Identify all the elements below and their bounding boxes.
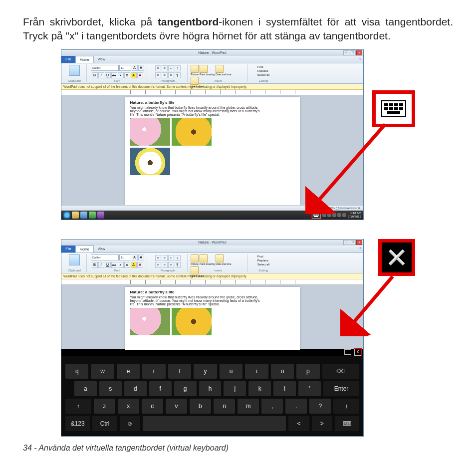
- subscript-button[interactable]: x: [118, 262, 124, 268]
- key-period[interactable]: .: [285, 399, 307, 414]
- grow-font-icon[interactable]: A: [132, 254, 138, 260]
- linespacing-icon[interactable]: ↕: [175, 65, 181, 71]
- key-k[interactable]: k: [248, 381, 271, 396]
- taskbar-clock[interactable]: 1:18 AM 7/19/2012: [348, 212, 361, 219]
- bullets-icon[interactable]: •: [168, 65, 174, 71]
- indent-inc-icon[interactable]: ≡: [162, 65, 168, 71]
- shrink-font-icon[interactable]: A: [138, 254, 144, 260]
- key-kbdlayout[interactable]: ⌨: [335, 416, 359, 431]
- document-area[interactable]: Nature: a butterfly's life You might alr…: [61, 285, 363, 350]
- font-size-input[interactable]: 11: [119, 65, 131, 71]
- taskbar-wordpad-icon[interactable]: [80, 212, 87, 219]
- insert-paint-icon[interactable]: [200, 65, 208, 73]
- key-t[interactable]: t: [168, 364, 191, 379]
- insert-date-icon[interactable]: [216, 65, 224, 73]
- underline-button[interactable]: U: [105, 72, 111, 78]
- key-n[interactable]: n: [214, 399, 235, 414]
- tray-icon[interactable]: [327, 213, 331, 217]
- maximize-button[interactable]: □: [350, 240, 356, 245]
- taskbar-ie-icon[interactable]: [63, 212, 70, 219]
- tab-view[interactable]: View: [94, 245, 109, 252]
- fontcolor-button[interactable]: A: [137, 72, 143, 78]
- key-emoji[interactable]: ☺: [120, 416, 140, 431]
- osk-close-icon[interactable]: x: [354, 349, 361, 356]
- shrink-font-icon[interactable]: A: [138, 65, 144, 71]
- taskbar-app-icon[interactable]: [97, 212, 104, 219]
- replace-button[interactable]: Replace: [257, 69, 269, 73]
- key-r[interactable]: r: [142, 364, 165, 379]
- tray-icon[interactable]: [342, 213, 346, 217]
- insert-picture-icon[interactable]: [191, 65, 199, 73]
- align-right-icon[interactable]: ≡: [168, 72, 174, 78]
- minimize-button[interactable]: –: [343, 50, 349, 55]
- key-space[interactable]: [143, 416, 286, 431]
- paragraph-icon[interactable]: ¶: [175, 72, 181, 78]
- key-y[interactable]: y: [194, 364, 217, 379]
- find-button[interactable]: Find: [257, 65, 269, 69]
- align-center-icon[interactable]: ≡: [162, 72, 168, 78]
- indent-dec-icon[interactable]: ≡: [155, 65, 161, 71]
- highlight-button[interactable]: A: [131, 262, 137, 268]
- key-numsym[interactable]: &123: [65, 416, 90, 431]
- italic-button[interactable]: I: [98, 262, 104, 268]
- italic-button[interactable]: I: [98, 72, 104, 78]
- key-i[interactable]: i: [245, 364, 268, 379]
- tab-home[interactable]: Home: [75, 245, 94, 252]
- key-v[interactable]: v: [166, 399, 187, 414]
- bold-button[interactable]: B: [92, 72, 98, 78]
- key-m[interactable]: m: [238, 399, 259, 414]
- help-icon[interactable]: ?: [355, 56, 363, 63]
- help-icon[interactable]: ?: [355, 245, 363, 252]
- find-button[interactable]: Find: [257, 254, 269, 258]
- key-h[interactable]: h: [199, 381, 222, 396]
- tab-view[interactable]: View: [94, 56, 109, 63]
- keyboard-tray-icon[interactable]: [312, 212, 321, 219]
- key-u[interactable]: u: [220, 364, 242, 379]
- key-o[interactable]: o: [271, 364, 294, 379]
- key-apostrophe[interactable]: ': [298, 381, 321, 396]
- key-f[interactable]: f: [149, 381, 172, 396]
- key-j[interactable]: j: [224, 381, 246, 396]
- font-name-input[interactable]: Calibri: [91, 254, 119, 260]
- minimize-button[interactable]: –: [343, 240, 349, 245]
- tray-icon[interactable]: [332, 213, 336, 217]
- key-p[interactable]: p: [296, 364, 319, 379]
- font-name-input[interactable]: Calibri: [91, 65, 119, 71]
- key-right[interactable]: >: [312, 416, 332, 431]
- maximize-button[interactable]: □: [350, 50, 356, 55]
- tab-home[interactable]: Home: [75, 56, 94, 63]
- key-shift-right[interactable]: ↑: [333, 399, 359, 414]
- bold-button[interactable]: B: [92, 262, 98, 268]
- selectall-button[interactable]: Select all: [257, 73, 269, 77]
- key-backspace[interactable]: ⌫: [322, 364, 359, 379]
- key-e[interactable]: e: [117, 364, 140, 379]
- key-b[interactable]: b: [190, 399, 211, 414]
- paste-icon[interactable]: [69, 65, 80, 76]
- key-x[interactable]: x: [118, 399, 139, 414]
- taskbar-explorer-icon[interactable]: [72, 212, 79, 219]
- taskbar-app-icon[interactable]: [89, 212, 96, 219]
- key-q[interactable]: q: [65, 364, 88, 379]
- key-enter[interactable]: Enter: [323, 381, 359, 396]
- align-left-icon[interactable]: ≡: [155, 72, 161, 78]
- highlight-button[interactable]: A: [131, 72, 137, 78]
- key-a[interactable]: a: [74, 381, 97, 396]
- fontcolor-button[interactable]: A: [137, 262, 143, 268]
- insert-date-icon[interactable]: [216, 254, 224, 262]
- replace-button[interactable]: Replace: [257, 258, 269, 262]
- key-comma[interactable]: ,: [261, 399, 283, 414]
- file-tab[interactable]: File: [61, 56, 75, 63]
- superscript-button[interactable]: x: [124, 72, 130, 78]
- key-d[interactable]: d: [124, 381, 147, 396]
- close-button[interactable]: x: [356, 240, 362, 245]
- key-c[interactable]: c: [142, 399, 163, 414]
- key-g[interactable]: g: [174, 381, 197, 396]
- key-w[interactable]: w: [91, 364, 114, 379]
- document-area[interactable]: Nature: a butterfly's life You might alr…: [61, 95, 363, 205]
- key-s[interactable]: s: [99, 381, 122, 396]
- tray-icon[interactable]: [337, 213, 341, 217]
- tray-icon[interactable]: [322, 213, 326, 217]
- key-ctrl[interactable]: Ctrl: [92, 416, 117, 431]
- strike-button[interactable]: abc: [111, 262, 117, 268]
- key-question[interactable]: ?: [309, 399, 331, 414]
